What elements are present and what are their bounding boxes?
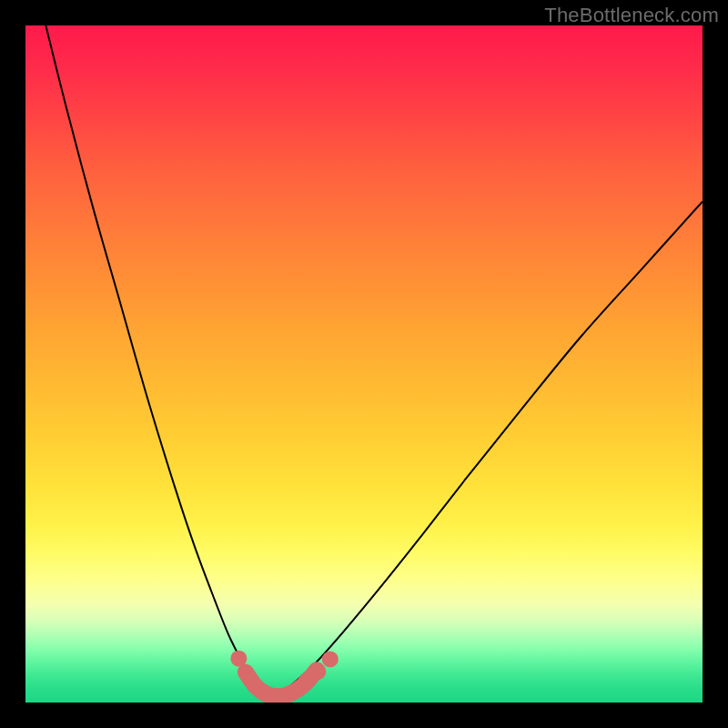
sweet-spot-marker [322, 651, 339, 667]
left-curve [46, 25, 272, 697]
chart-frame: TheBottleneck.com [0, 0, 728, 728]
sweet-spot-marker [309, 663, 326, 680]
watermark-text: TheBottleneck.com [544, 4, 719, 27]
right-curve [273, 201, 703, 697]
curve-layer [25, 25, 703, 703]
sweet-spot-marker [230, 651, 247, 667]
plot-area [25, 25, 703, 703]
